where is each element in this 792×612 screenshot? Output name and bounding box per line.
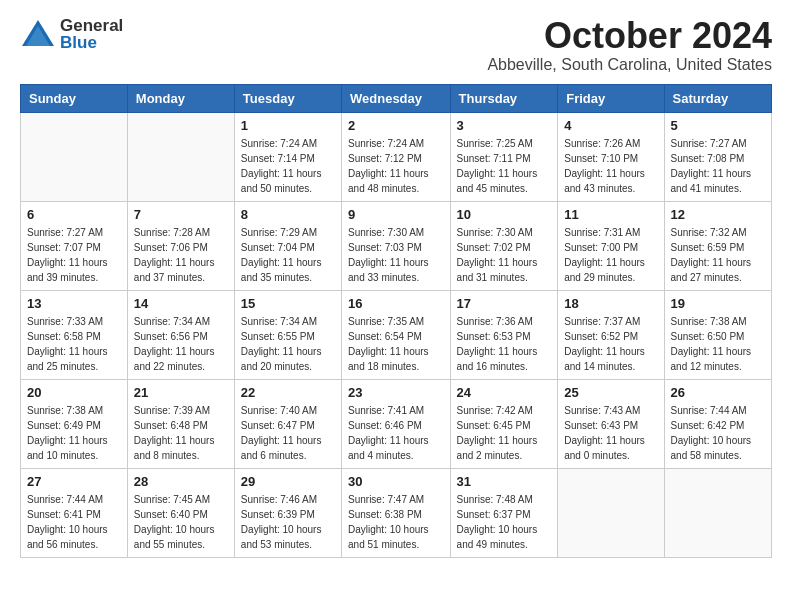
day-info: Sunrise: 7:28 AMSunset: 7:06 PMDaylight:… [134, 225, 228, 285]
day-info: Sunrise: 7:47 AMSunset: 6:38 PMDaylight:… [348, 492, 444, 552]
logo-icon [20, 16, 56, 52]
calendar-cell: 7Sunrise: 7:28 AMSunset: 7:06 PMDaylight… [127, 201, 234, 290]
calendar-cell: 22Sunrise: 7:40 AMSunset: 6:47 PMDayligh… [234, 379, 341, 468]
day-info: Sunrise: 7:29 AMSunset: 7:04 PMDaylight:… [241, 225, 335, 285]
day-number: 10 [457, 207, 552, 222]
day-info: Sunrise: 7:30 AMSunset: 7:03 PMDaylight:… [348, 225, 444, 285]
calendar-cell: 9Sunrise: 7:30 AMSunset: 7:03 PMDaylight… [342, 201, 451, 290]
day-number: 30 [348, 474, 444, 489]
day-number: 3 [457, 118, 552, 133]
day-number: 4 [564, 118, 657, 133]
calendar-cell: 8Sunrise: 7:29 AMSunset: 7:04 PMDaylight… [234, 201, 341, 290]
calendar-cell: 11Sunrise: 7:31 AMSunset: 7:00 PMDayligh… [558, 201, 664, 290]
day-info: Sunrise: 7:31 AMSunset: 7:00 PMDaylight:… [564, 225, 657, 285]
day-number: 14 [134, 296, 228, 311]
calendar-cell: 10Sunrise: 7:30 AMSunset: 7:02 PMDayligh… [450, 201, 558, 290]
day-info: Sunrise: 7:35 AMSunset: 6:54 PMDaylight:… [348, 314, 444, 374]
calendar-week-4: 20Sunrise: 7:38 AMSunset: 6:49 PMDayligh… [21, 379, 772, 468]
calendar-week-5: 27Sunrise: 7:44 AMSunset: 6:41 PMDayligh… [21, 468, 772, 557]
calendar-cell: 30Sunrise: 7:47 AMSunset: 6:38 PMDayligh… [342, 468, 451, 557]
day-number: 15 [241, 296, 335, 311]
day-number: 19 [671, 296, 765, 311]
day-info: Sunrise: 7:39 AMSunset: 6:48 PMDaylight:… [134, 403, 228, 463]
calendar-table: SundayMondayTuesdayWednesdayThursdayFrid… [20, 84, 772, 558]
day-number: 17 [457, 296, 552, 311]
day-info: Sunrise: 7:45 AMSunset: 6:40 PMDaylight:… [134, 492, 228, 552]
day-number: 23 [348, 385, 444, 400]
logo: General Blue [20, 16, 123, 52]
calendar-cell: 31Sunrise: 7:48 AMSunset: 6:37 PMDayligh… [450, 468, 558, 557]
calendar-week-1: 1Sunrise: 7:24 AMSunset: 7:14 PMDaylight… [21, 112, 772, 201]
day-number: 29 [241, 474, 335, 489]
calendar-cell: 6Sunrise: 7:27 AMSunset: 7:07 PMDaylight… [21, 201, 128, 290]
day-header-sunday: Sunday [21, 84, 128, 112]
day-number: 31 [457, 474, 552, 489]
day-number: 27 [27, 474, 121, 489]
day-number: 18 [564, 296, 657, 311]
day-number: 6 [27, 207, 121, 222]
calendar-cell: 2Sunrise: 7:24 AMSunset: 7:12 PMDaylight… [342, 112, 451, 201]
day-info: Sunrise: 7:37 AMSunset: 6:52 PMDaylight:… [564, 314, 657, 374]
calendar-cell: 17Sunrise: 7:36 AMSunset: 6:53 PMDayligh… [450, 290, 558, 379]
calendar-cell [21, 112, 128, 201]
calendar-cell: 21Sunrise: 7:39 AMSunset: 6:48 PMDayligh… [127, 379, 234, 468]
calendar-cell: 26Sunrise: 7:44 AMSunset: 6:42 PMDayligh… [664, 379, 771, 468]
calendar-cell: 28Sunrise: 7:45 AMSunset: 6:40 PMDayligh… [127, 468, 234, 557]
day-info: Sunrise: 7:44 AMSunset: 6:41 PMDaylight:… [27, 492, 121, 552]
day-number: 28 [134, 474, 228, 489]
calendar-cell: 29Sunrise: 7:46 AMSunset: 6:39 PMDayligh… [234, 468, 341, 557]
calendar-cell: 5Sunrise: 7:27 AMSunset: 7:08 PMDaylight… [664, 112, 771, 201]
calendar-cell: 19Sunrise: 7:38 AMSunset: 6:50 PMDayligh… [664, 290, 771, 379]
calendar-cell [127, 112, 234, 201]
calendar-cell: 18Sunrise: 7:37 AMSunset: 6:52 PMDayligh… [558, 290, 664, 379]
day-header-saturday: Saturday [664, 84, 771, 112]
day-info: Sunrise: 7:24 AMSunset: 7:12 PMDaylight:… [348, 136, 444, 196]
calendar-cell: 23Sunrise: 7:41 AMSunset: 6:46 PMDayligh… [342, 379, 451, 468]
day-number: 13 [27, 296, 121, 311]
day-info: Sunrise: 7:46 AMSunset: 6:39 PMDaylight:… [241, 492, 335, 552]
logo-general-text: General [60, 17, 123, 34]
calendar-cell: 24Sunrise: 7:42 AMSunset: 6:45 PMDayligh… [450, 379, 558, 468]
day-info: Sunrise: 7:27 AMSunset: 7:07 PMDaylight:… [27, 225, 121, 285]
day-header-wednesday: Wednesday [342, 84, 451, 112]
day-info: Sunrise: 7:38 AMSunset: 6:50 PMDaylight:… [671, 314, 765, 374]
day-info: Sunrise: 7:41 AMSunset: 6:46 PMDaylight:… [348, 403, 444, 463]
location-title: Abbeville, South Carolina, United States [487, 56, 772, 74]
day-info: Sunrise: 7:48 AMSunset: 6:37 PMDaylight:… [457, 492, 552, 552]
day-info: Sunrise: 7:34 AMSunset: 6:55 PMDaylight:… [241, 314, 335, 374]
day-number: 2 [348, 118, 444, 133]
day-info: Sunrise: 7:27 AMSunset: 7:08 PMDaylight:… [671, 136, 765, 196]
calendar-cell: 13Sunrise: 7:33 AMSunset: 6:58 PMDayligh… [21, 290, 128, 379]
day-info: Sunrise: 7:30 AMSunset: 7:02 PMDaylight:… [457, 225, 552, 285]
day-number: 7 [134, 207, 228, 222]
calendar-week-3: 13Sunrise: 7:33 AMSunset: 6:58 PMDayligh… [21, 290, 772, 379]
calendar-cell: 1Sunrise: 7:24 AMSunset: 7:14 PMDaylight… [234, 112, 341, 201]
logo-blue-text: Blue [60, 34, 123, 51]
day-header-thursday: Thursday [450, 84, 558, 112]
page-header: General Blue October 2024 Abbeville, Sou… [20, 16, 772, 74]
day-number: 26 [671, 385, 765, 400]
day-info: Sunrise: 7:26 AMSunset: 7:10 PMDaylight:… [564, 136, 657, 196]
calendar-week-2: 6Sunrise: 7:27 AMSunset: 7:07 PMDaylight… [21, 201, 772, 290]
day-info: Sunrise: 7:43 AMSunset: 6:43 PMDaylight:… [564, 403, 657, 463]
calendar-cell [558, 468, 664, 557]
day-number: 20 [27, 385, 121, 400]
day-number: 9 [348, 207, 444, 222]
calendar-cell: 25Sunrise: 7:43 AMSunset: 6:43 PMDayligh… [558, 379, 664, 468]
calendar-cell: 14Sunrise: 7:34 AMSunset: 6:56 PMDayligh… [127, 290, 234, 379]
day-info: Sunrise: 7:42 AMSunset: 6:45 PMDaylight:… [457, 403, 552, 463]
day-info: Sunrise: 7:32 AMSunset: 6:59 PMDaylight:… [671, 225, 765, 285]
day-info: Sunrise: 7:33 AMSunset: 6:58 PMDaylight:… [27, 314, 121, 374]
day-number: 24 [457, 385, 552, 400]
calendar-cell: 16Sunrise: 7:35 AMSunset: 6:54 PMDayligh… [342, 290, 451, 379]
day-number: 11 [564, 207, 657, 222]
day-header-tuesday: Tuesday [234, 84, 341, 112]
calendar-cell: 20Sunrise: 7:38 AMSunset: 6:49 PMDayligh… [21, 379, 128, 468]
calendar-cell: 3Sunrise: 7:25 AMSunset: 7:11 PMDaylight… [450, 112, 558, 201]
day-header-friday: Friday [558, 84, 664, 112]
day-header-monday: Monday [127, 84, 234, 112]
day-number: 8 [241, 207, 335, 222]
day-info: Sunrise: 7:24 AMSunset: 7:14 PMDaylight:… [241, 136, 335, 196]
day-number: 5 [671, 118, 765, 133]
day-number: 1 [241, 118, 335, 133]
